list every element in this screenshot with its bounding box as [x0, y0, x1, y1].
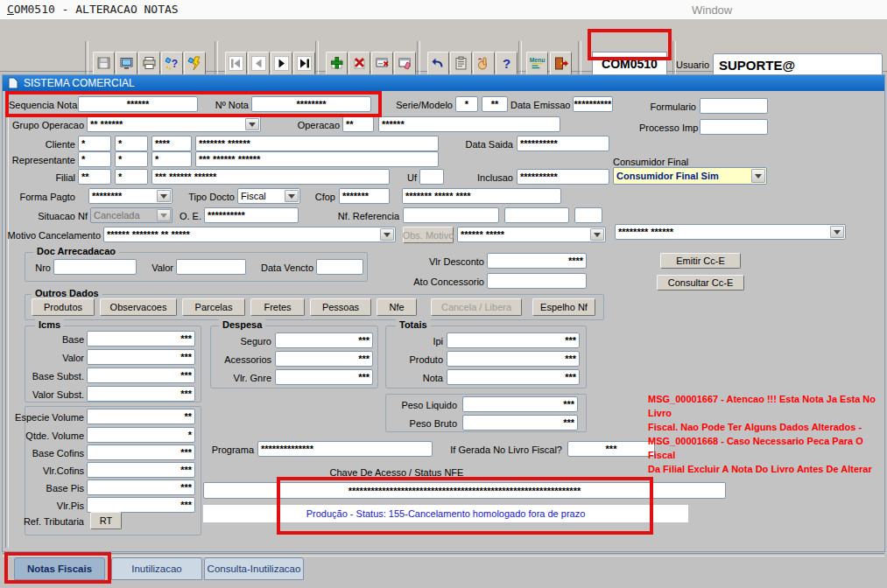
motivo-cancelamento-combo[interactable]: ****** ******* ** ***** [103, 227, 396, 242]
operacao-codigo-field[interactable]: ** [342, 116, 374, 132]
observacoes-button[interactable]: Observacoes [100, 298, 177, 316]
execute-query-button[interactable] [184, 52, 206, 75]
first-record-button[interactable] [225, 52, 247, 75]
serie-field[interactable]: * [455, 96, 478, 112]
data-saida-field[interactable]: ********** [517, 136, 609, 151]
chevron-down-icon[interactable] [590, 228, 604, 241]
vlr-gnre-field[interactable]: *** [275, 369, 373, 385]
tab-notas-fiscais[interactable]: Notas Fiscais [14, 557, 105, 580]
cfop-codigo-field[interactable]: ******* [339, 188, 390, 204]
nf-referencia-f1-field[interactable] [403, 207, 499, 223]
representante-f2-field[interactable]: * [115, 151, 148, 167]
operacao-descricao-field[interactable]: ****** [378, 116, 560, 132]
help-button[interactable]: ? [496, 52, 517, 75]
undo-button[interactable] [427, 52, 449, 75]
oe-field[interactable]: ********** [204, 207, 299, 223]
nfe-button[interactable]: Nfe [377, 298, 417, 316]
qtde-volume-field[interactable]: * [87, 427, 195, 443]
menu-item-window[interactable]: Window [692, 4, 732, 17]
filial-f1-field[interactable]: ** [78, 169, 111, 185]
menu-button[interactable]: Menu [526, 52, 548, 75]
chevron-down-icon[interactable] [751, 169, 765, 183]
last-record-button[interactable] [293, 52, 315, 75]
nota-field[interactable]: *** [447, 369, 580, 385]
vlr-cofins-field[interactable]: *** [87, 462, 195, 478]
forma-pagto-combo[interactable]: ******** [88, 188, 172, 204]
modelo-field[interactable]: ** [482, 96, 508, 112]
fretes-button[interactable]: Fretes [250, 298, 305, 316]
run-screen-button[interactable] [116, 52, 137, 75]
base-cofins-field[interactable]: *** [87, 444, 195, 460]
representante-f1-field[interactable]: * [78, 151, 111, 167]
sequencia-nota-field[interactable]: ****** [78, 96, 198, 112]
enter-query-button[interactable]: ? [161, 52, 183, 75]
vlr-pis-field[interactable]: *** [87, 497, 195, 513]
icms-base-subst-field[interactable]: *** [87, 368, 195, 383]
acessorios-field[interactable]: *** [275, 351, 373, 367]
peso-bruto-field[interactable]: *** [462, 415, 578, 430]
seguro-field[interactable]: *** [275, 332, 373, 348]
chevron-down-icon[interactable] [830, 226, 844, 238]
tipo-docto-combo[interactable]: Fiscal [237, 188, 300, 204]
chevron-down-icon[interactable] [245, 118, 259, 130]
lock-record-button[interactable] [473, 52, 495, 75]
usuario-field[interactable]: SUPORTE@ [713, 53, 883, 76]
rt-button[interactable]: RT [90, 512, 122, 529]
previous-record-button[interactable] [248, 52, 270, 75]
emitir-cce-button[interactable]: Emitir Cc-E [660, 253, 741, 269]
cliente-f2-field[interactable]: * [115, 136, 148, 151]
especie-volume-field[interactable]: ** [87, 409, 195, 424]
inclusao-field[interactable]: ********** [517, 169, 609, 185]
print-button[interactable] [138, 52, 160, 75]
cliente-f3-field[interactable]: **** [151, 136, 192, 151]
clear-record-button[interactable] [371, 52, 393, 75]
delete-record-button[interactable] [348, 52, 370, 75]
chevron-down-icon[interactable] [157, 190, 171, 202]
consumidor-final-combo[interactable]: Consumidor Final Sim [613, 167, 767, 185]
icms-valor-subst-field[interactable]: *** [87, 386, 195, 402]
filial-nome-field[interactable]: *** ****** ****** [151, 169, 390, 185]
produtos-button[interactable]: Produtos [32, 298, 95, 316]
produto-field[interactable]: *** [447, 351, 580, 367]
filial-f2-field[interactable]: * [115, 169, 148, 185]
exit-button[interactable] [550, 52, 572, 75]
representante-nome-field[interactable]: *** ****** ****** [195, 151, 439, 167]
chave-acesso-field[interactable]: ****************************************… [203, 482, 726, 499]
pessoas-button[interactable]: Pessoas [310, 298, 371, 316]
espelho-nf-button[interactable]: Espelho Nf [532, 298, 595, 316]
chevron-down-icon[interactable] [285, 190, 299, 202]
nf-referencia-f2-field[interactable] [504, 207, 569, 223]
next-record-button[interactable] [271, 52, 292, 75]
obs-motivo-combo[interactable]: ****** ***** [457, 227, 606, 242]
nro-field[interactable] [53, 259, 137, 275]
uf-field[interactable] [419, 169, 444, 185]
save-button[interactable] [93, 52, 115, 75]
insert-record-button[interactable] [326, 52, 348, 75]
cliente-nome-field[interactable]: ******* ****** [195, 136, 439, 151]
data-emissao-field[interactable]: ********** [573, 96, 613, 112]
ipi-field[interactable]: *** [447, 332, 580, 348]
clipboard-button[interactable] [450, 52, 472, 75]
grupo-operacao-combo[interactable]: ** ****** [87, 116, 261, 132]
icms-base-field[interactable]: *** [87, 331, 195, 346]
data-vencto-field[interactable] [316, 259, 363, 275]
icms-valor-field[interactable]: *** [87, 349, 195, 365]
cliente-f1-field[interactable]: * [78, 136, 111, 151]
base-pis-field[interactable]: *** [87, 480, 195, 495]
chevron-down-icon[interactable] [380, 228, 394, 241]
ato-concessorio-field[interactable] [487, 273, 587, 289]
vlr-desconto-field[interactable]: **** [487, 253, 587, 269]
consultar-cce-button[interactable]: Consultar Cc-E [657, 275, 744, 290]
clear-form-button[interactable] [394, 52, 416, 75]
parcelas-button[interactable]: Parcelas [182, 298, 245, 316]
gerada-livro-fiscal-field[interactable]: *** [567, 441, 655, 457]
numero-nota-field[interactable]: ******** [251, 96, 371, 112]
motivo-complemento-combo[interactable]: ******** ****** [615, 224, 846, 240]
peso-liquido-field[interactable]: *** [462, 396, 578, 412]
programa-field[interactable]: ************** [257, 441, 433, 457]
valor-field[interactable] [176, 259, 246, 275]
nf-referencia-f3-field[interactable] [574, 207, 602, 223]
tab-consulta-inutilizacao[interactable]: Consulta-Inutilizacao [204, 557, 304, 580]
processo-imp-field[interactable] [700, 119, 768, 135]
formulario-field[interactable] [700, 98, 768, 114]
